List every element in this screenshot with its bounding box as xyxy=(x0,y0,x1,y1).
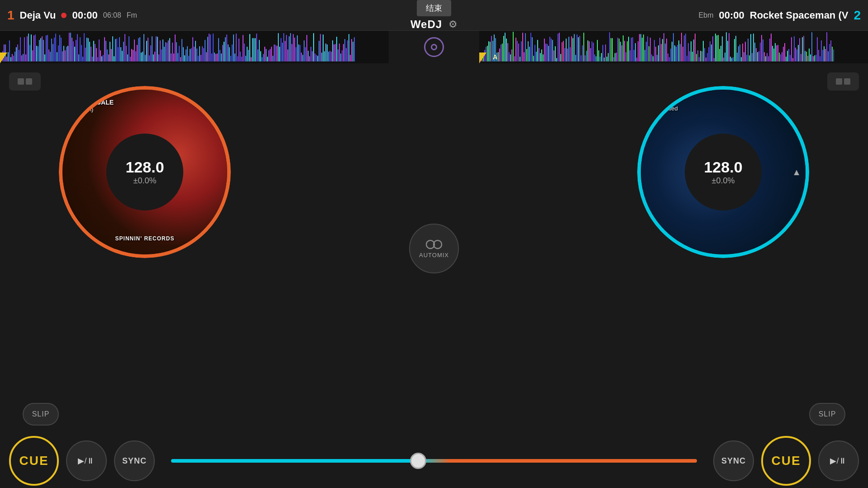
deck1-loop-button[interactable] xyxy=(9,72,41,91)
deck2-waveform: A xyxy=(479,31,868,63)
automix-label: AUTOMIX xyxy=(419,252,449,258)
deck1-record-dot xyxy=(61,13,67,18)
deck1-key: Fm xyxy=(127,11,137,19)
bottom-controls: CUE ▶/⏸ SYNC SYNC CUE ▶/⏸ xyxy=(0,434,868,488)
deck2-vinyl[interactable]: Hardw ■revealed ▲ 128.0 ±0.0% xyxy=(637,86,809,258)
settings-icon[interactable]: ⚙ xyxy=(448,19,458,30)
deck1-slip-label[interactable]: SLIP xyxy=(23,403,59,426)
deck2-loop-button[interactable] xyxy=(827,72,859,91)
loop-square-3 xyxy=(836,78,842,85)
deck2-sublabel: ■revealed xyxy=(652,105,678,112)
deck2-sync-button[interactable]: SYNC xyxy=(713,440,754,481)
deck1-turntable[interactable]: & JOEY DALE ELORA) SPINNIN' RECORDS 128.… xyxy=(59,86,231,258)
deck2-cue-button[interactable]: CUE xyxy=(761,436,811,486)
main-area: & JOEY DALE ELORA) SPINNIN' RECORDS 128.… xyxy=(0,63,868,434)
automix-icon xyxy=(426,239,442,250)
end-button[interactable]: 结束 xyxy=(417,0,451,16)
deck1-play-pause-button[interactable]: ▶/⏸ xyxy=(66,440,107,481)
deck2-key: Ebm xyxy=(699,11,714,19)
deck1-title: Deja Vu xyxy=(20,10,56,21)
deck2-number: 2 xyxy=(854,8,861,23)
deck2-section: Hardw ■revealed ▲ 128.0 ±0.0% SLIP xyxy=(569,63,868,434)
deck1-number: 1 xyxy=(7,8,14,23)
deck1-waveform-display xyxy=(0,31,389,63)
waveform-bar: A xyxy=(0,31,868,63)
center-controls: 结束 WeDJ ⚙ xyxy=(281,0,587,31)
deck2-cue-label: A xyxy=(493,53,497,61)
deck1-label: SPINNIN' RECORDS xyxy=(115,235,175,242)
deck1-bpm-display: 128.0 ±0.0% xyxy=(106,134,183,211)
center-ring xyxy=(424,37,444,57)
deck1-info: 1 Deja Vu 00:00 06:08 Fm xyxy=(0,8,281,23)
deck2-info: Ebm 00:00 Rocket Spaceman (V 2 xyxy=(587,8,868,23)
deck2-title: Rocket Spaceman (V xyxy=(750,10,849,21)
deck2-waveform-display: A xyxy=(479,31,868,63)
deck1-subtitle: ELORA) xyxy=(72,106,93,113)
deck2-brand: Hardw xyxy=(652,97,672,105)
automix-section: AUTOMIX xyxy=(409,224,459,273)
center-ring-inner xyxy=(431,44,437,50)
deck2-bpm-display: 128.0 ±0.0% xyxy=(685,134,762,211)
deck2-play-pause-button[interactable]: ▶/⏸ xyxy=(818,440,859,481)
deck1-sync-button[interactable]: SYNC xyxy=(114,440,155,481)
waveform-center xyxy=(389,31,479,63)
loop-square-4 xyxy=(844,78,850,85)
deck2-pitch: ±0.0% xyxy=(712,176,735,186)
crossfader-track[interactable] xyxy=(171,459,697,463)
top-bar: 1 Deja Vu 00:00 06:08 Fm 结束 WeDJ ⚙ Ebm 0… xyxy=(0,0,868,31)
deck1-artist: & JOEY DALE xyxy=(72,99,114,106)
deck1-cue-button[interactable]: CUE xyxy=(9,436,59,486)
deck2-bpm: 128.0 xyxy=(704,158,742,176)
deck1-pitch: ±0.0% xyxy=(134,176,157,186)
deck1-duration: 06:08 xyxy=(103,11,121,19)
deck1-time: 00:00 xyxy=(72,10,97,21)
wedj-logo: WeDJ xyxy=(410,18,442,31)
deck1-waveform xyxy=(0,31,389,63)
deck2-arrow: ▲ xyxy=(792,167,801,177)
deck2-slip-label[interactable]: SLIP xyxy=(809,403,845,426)
deck1-section: & JOEY DALE ELORA) SPINNIN' RECORDS 128.… xyxy=(0,63,299,434)
crossfader-thumb[interactable] xyxy=(410,453,426,469)
loop-square-2 xyxy=(26,78,32,85)
deck2-turntable[interactable]: Hardw ■revealed ▲ 128.0 ±0.0% xyxy=(637,86,809,258)
deck1-vinyl[interactable]: & JOEY DALE ELORA) SPINNIN' RECORDS 128.… xyxy=(59,86,231,258)
deck2-time: 00:00 xyxy=(719,10,744,21)
deck1-cue-marker xyxy=(0,53,7,63)
deck1-bpm: 128.0 xyxy=(125,158,164,176)
automix-button[interactable]: AUTOMIX xyxy=(409,224,459,273)
loop-square-1 xyxy=(18,78,24,85)
crossfader-container xyxy=(162,459,706,463)
deck2-cue-marker xyxy=(479,53,486,63)
